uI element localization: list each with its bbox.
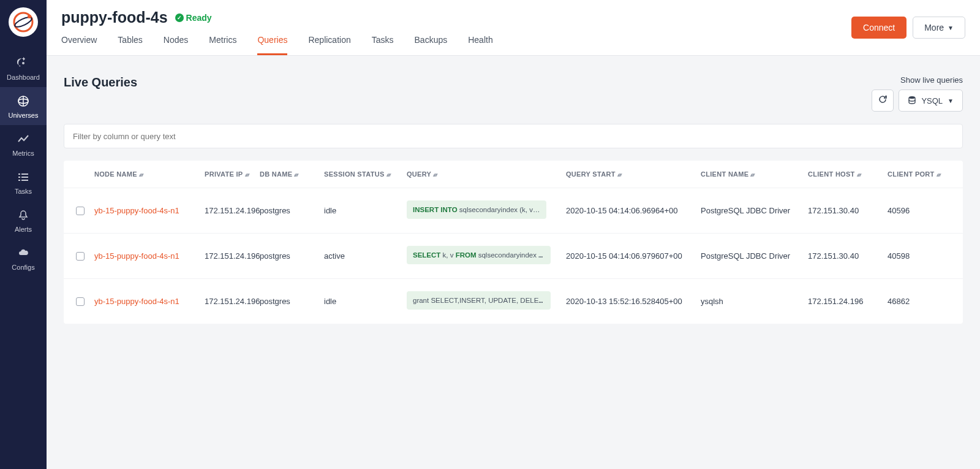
table-header: NODE NAME▴▾ PRIVATE IP▴▾ DB NAME▴▾ SESSI… [64,161,963,188]
node-link[interactable]: yb-15-puppy-food-4s-n1 [94,206,179,215]
page-title: puppy-food-4s [61,9,168,26]
col-private-ip[interactable]: PRIVATE IP▴▾ [205,170,260,178]
sidebar-item-metrics[interactable]: Metrics [0,125,47,163]
app-logo[interactable] [9,7,38,37]
query-pill[interactable]: grant SELECT,INSERT, UPDATE, DELETE… [407,291,551,310]
svg-point-3 [22,62,24,64]
refresh-icon [878,94,888,107]
sidebar-item-configs[interactable]: Configs [0,239,47,277]
sidebar-item-label: Configs [12,264,34,271]
check-icon: ✓ [175,13,184,22]
sidebar-item-label: Alerts [15,226,32,233]
sidebar-item-label: Universes [9,112,39,119]
col-query[interactable]: QUERY▴▾ [407,170,566,178]
sidebar-item-dashboard[interactable]: Dashboard [0,49,47,87]
cell-port: 40598 [888,251,943,261]
bell-icon [17,208,30,222]
cell-start: 2020-10-13 15:52:16.528405+00 [566,297,701,306]
svg-rect-9 [18,177,20,178]
svg-rect-12 [21,180,28,181]
row-checkbox[interactable] [76,207,85,215]
cell-session: idle [324,297,407,306]
sort-icon: ▴▾ [857,172,861,178]
cell-session: active [324,251,407,261]
cell-host: 172.151.30.40 [808,206,888,215]
sidebar-item-alerts[interactable]: Alerts [0,201,47,239]
refresh-button[interactable] [872,90,894,112]
caret-down-icon: ▼ [948,25,954,31]
topbar: puppy-food-4s ✓ Ready Overview Tables No… [47,0,980,56]
sidebar-item-label: Tasks [15,188,32,195]
query-pill[interactable]: SELECT k, v FROM sqlsecondaryindex … [407,246,551,264]
cell-client: PostgreSQL JDBC Driver [701,251,808,261]
node-link[interactable]: yb-15-puppy-food-4s-n1 [94,297,179,306]
svg-rect-11 [18,180,20,181]
table-row: yb-15-puppy-food-4s-n1 172.151.24.196 po… [64,278,963,324]
cell-ip: 172.151.24.196 [205,251,260,261]
table-row: yb-15-puppy-food-4s-n1 172.151.24.196 po… [64,188,963,233]
tab-tables[interactable]: Tables [118,35,142,55]
cell-client: ysqlsh [701,297,808,306]
cell-db: postgres [260,206,324,215]
tab-health[interactable]: Health [468,35,492,55]
svg-point-2 [28,15,31,18]
col-client-host[interactable]: CLIENT HOST▴▾ [808,170,888,178]
col-client-port[interactable]: CLIENT PORT▴▾ [888,170,943,178]
tabs: Overview Tables Nodes Metrics Queries Re… [61,35,965,55]
sort-icon: ▴▾ [386,172,390,178]
svg-point-14 [909,96,915,99]
col-db-name[interactable]: DB NAME▴▾ [260,170,324,178]
queries-table: NODE NAME▴▾ PRIVATE IP▴▾ DB NAME▴▾ SESSI… [64,161,963,324]
sidebar-item-tasks[interactable]: Tasks [0,163,47,201]
query-type-dropdown[interactable]: YSQL ▼ [899,90,963,112]
cell-port: 40596 [888,206,943,215]
col-query-start[interactable]: QUERY START▴▾ [566,170,701,178]
sort-icon: ▴▾ [245,172,249,178]
section-title: Live Queries [64,75,137,90]
gauge-icon [17,56,30,70]
node-link[interactable]: yb-15-puppy-food-4s-n1 [94,251,179,261]
sort-icon: ▴▾ [617,172,621,178]
cell-ip: 172.151.24.196 [205,297,260,306]
cell-host: 172.151.30.40 [808,251,888,261]
tab-queries[interactable]: Queries [257,35,287,55]
cell-host: 172.151.24.196 [808,297,888,306]
sort-icon: ▴▾ [937,172,940,178]
cell-db: postgres [260,251,324,261]
more-button[interactable]: More ▼ [913,17,965,39]
cell-port: 46862 [888,297,943,306]
database-icon [908,96,916,106]
svg-rect-8 [21,173,28,175]
tab-tasks[interactable]: Tasks [372,35,394,55]
sidebar-item-universes[interactable]: Universes [0,87,47,125]
tab-overview[interactable]: Overview [61,35,97,55]
cloud-icon [17,246,30,260]
col-client-name[interactable]: CLIENT NAME▴▾ [701,170,808,178]
col-session-status[interactable]: SESSION STATUS▴▾ [324,170,407,178]
tab-backups[interactable]: Backups [415,35,448,55]
svg-rect-7 [18,173,20,175]
row-checkbox[interactable] [76,252,85,261]
tab-replication[interactable]: Replication [308,35,350,55]
query-pill[interactable]: INSERT INTO sqlsecondaryindex (k, v… [407,200,546,219]
tab-nodes[interactable]: Nodes [164,35,188,55]
table-row: yb-15-puppy-food-4s-n1 172.151.24.196 po… [64,233,963,278]
main: ▼ puppy-food-4s ✓ Ready Overview Tables … [47,0,980,469]
cell-session: idle [324,206,407,215]
tab-metrics[interactable]: Metrics [209,35,236,55]
filter-input[interactable] [73,132,954,141]
cell-start: 2020-10-15 04:14:06.979607+00 [566,251,701,261]
col-node-name[interactable]: NODE NAME▴▾ [94,170,205,178]
caret-down-icon: ▼ [948,97,954,104]
row-checkbox[interactable] [76,297,85,306]
sort-icon: ▴▾ [139,172,143,178]
connect-button[interactable]: Connect [851,17,907,39]
sidebar-item-label: Metrics [12,150,34,157]
svg-rect-10 [21,177,28,178]
globe-icon [17,94,30,108]
cell-client: PostgreSQL JDBC Driver [701,206,808,215]
sort-icon: ▴▾ [294,172,298,178]
sort-icon: ▴▾ [433,172,437,178]
sort-icon: ▴▾ [750,172,754,178]
show-live-queries-label: Show live queries [872,75,963,85]
